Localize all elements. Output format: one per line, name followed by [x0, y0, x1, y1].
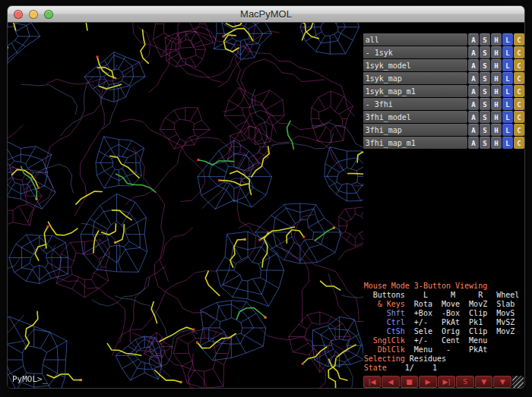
object-3fhi_model-menu-s[interactable]: S	[480, 111, 490, 123]
object-name-3fhi_map[interactable]: 3fhi_map	[363, 124, 467, 136]
object-1syk_model-menu-h[interactable]: H	[491, 59, 502, 71]
macpymol-window: MacPyMOL PyMOL>_ allASHLC- 1sykASHLC1syk…	[7, 5, 525, 389]
object-1syk_model-menu-a[interactable]: A	[468, 59, 479, 71]
object-3fhi_map_m1-menu-l[interactable]: L	[502, 137, 513, 149]
object-row-3fhi_map: 3fhi_mapASHLC	[363, 124, 524, 136]
mouse-panel-text: State	[364, 364, 391, 372]
object-1syk-menu-h[interactable]: H	[491, 46, 502, 58]
mouse-panel-line-3: Shft +Box -Box Clip MovS	[364, 309, 524, 318]
object-3fhi-menu-h[interactable]: H	[491, 98, 502, 110]
object-3fhi_map_m1-menu-c[interactable]: C	[514, 137, 524, 149]
command-prompt[interactable]: PyMOL>_	[12, 374, 47, 384]
object-1syk_map_m1-menu-h[interactable]: H	[491, 85, 502, 97]
command-prompt-text: PyMOL>_	[12, 374, 47, 384]
vcr-down-button-2[interactable]: ▼	[493, 376, 511, 388]
object-3fhi_map-menu-a[interactable]: A	[468, 124, 479, 136]
object-3fhi_map-menu-s[interactable]: S	[480, 124, 490, 136]
object-name-all[interactable]: all	[363, 33, 467, 46]
vcr-go-to-end-button[interactable]: ▶|	[438, 376, 456, 388]
mouse-panel-line-2: & Keys Rota Move MovZ Slab	[364, 300, 524, 309]
object-row-all: allASHLC	[363, 33, 524, 46]
object-panel-rows: allASHLC- 1sykASHLC1syk_modelASHLC1syk_m…	[363, 23, 524, 150]
viewport-area: PyMOL>_	[8, 23, 363, 389]
resize-grip[interactable]	[512, 376, 524, 388]
mouse-panel-text: Buttons	[364, 291, 405, 299]
object-name-1syk_map[interactable]: 1syk_map	[363, 72, 467, 84]
object-row-3fhi_map_m1: 3fhi_map_m1ASHLC	[363, 137, 524, 149]
object-row-1syk_map_m1: 1syk_map_m1ASHLC	[363, 85, 524, 97]
minimize-button[interactable]	[29, 10, 38, 19]
mouse-panel-text: Ctrl	[364, 318, 405, 326]
object-1syk_map_m1-menu-l[interactable]: L	[502, 85, 513, 97]
object-3fhi_map-menu-c[interactable]: C	[514, 124, 524, 136]
selecting-mode-value[interactable]: Residues	[410, 354, 446, 363]
object-all-menu-h[interactable]: H	[491, 33, 502, 46]
object-1syk_map-menu-a[interactable]: A	[468, 72, 479, 84]
object-row-1syk_model: 1syk_modelASHLC	[363, 59, 524, 71]
mouse-panel-text: L M R Wheel	[405, 291, 520, 299]
mouse-panel-text: DblClk	[364, 345, 405, 354]
close-button[interactable]	[14, 10, 23, 19]
object-3fhi_map-menu-h[interactable]: H	[491, 124, 502, 136]
object-all-menu-a[interactable]: A	[468, 33, 479, 46]
object-1syk_map-menu-h[interactable]: H	[491, 72, 502, 84]
mouse-panel-text: Sele Orig Clip MovZ	[405, 327, 515, 336]
object-name-1syk_map_m1[interactable]: 1syk_map_m1	[363, 85, 467, 97]
object-1syk_map-menu-s[interactable]: S	[480, 72, 490, 84]
object-row-1syk: - 1sykASHLC	[363, 46, 524, 58]
object-3fhi-menu-a[interactable]: A	[468, 98, 479, 110]
mouse-panel-line-7: DblClk Menu - PkAt	[364, 345, 524, 354]
object-1syk_map_m1-menu-a[interactable]: A	[468, 85, 479, 97]
object-name-3fhi[interactable]: - 3fhi	[363, 98, 467, 110]
mouse-panel-text: Menu - PkAt	[405, 345, 487, 354]
molecular-viewport[interactable]	[8, 23, 363, 389]
object-1syk_model-menu-c[interactable]: C	[514, 59, 524, 71]
object-3fhi_model-menu-l[interactable]: L	[502, 111, 513, 123]
object-1syk_map-menu-l[interactable]: L	[502, 72, 513, 84]
object-1syk-menu-a[interactable]: A	[468, 46, 479, 58]
title-bar[interactable]: MacPyMOL	[8, 6, 524, 23]
object-row-1syk_map: 1syk_mapASHLC	[363, 72, 524, 84]
mouse-panel-line-5: CtSh Sele Orig Clip MovZ	[364, 327, 524, 336]
object-name-3fhi_map_m1[interactable]: 3fhi_map_m1	[363, 137, 467, 149]
object-1syk_map_m1-menu-c[interactable]: C	[514, 85, 524, 97]
object-3fhi-menu-l[interactable]: L	[502, 98, 513, 110]
vcr-stop-button[interactable]: ■	[401, 376, 419, 388]
object-all-menu-c[interactable]: C	[514, 33, 524, 46]
mouse-panel-text: Selecting	[364, 354, 410, 363]
object-3fhi-menu-c[interactable]: C	[514, 98, 524, 110]
zoom-button[interactable]	[44, 10, 53, 19]
object-name-3fhi_model[interactable]: 3fhi_model	[363, 111, 467, 123]
vcr-controls: |◀◀■▶▶|S▼▼	[363, 375, 524, 389]
mouse-panel-line-1: Buttons L M R Wheel	[364, 291, 524, 300]
object-all-menu-l[interactable]: L	[502, 33, 513, 46]
object-3fhi-menu-s[interactable]: S	[480, 98, 490, 110]
object-name-1syk_model[interactable]: 1syk_model	[363, 59, 467, 71]
object-1syk_model-menu-l[interactable]: L	[502, 59, 513, 71]
vcr-step-back-button[interactable]: ◀	[382, 376, 400, 388]
object-3fhi_map_m1-menu-s[interactable]: S	[480, 137, 490, 149]
state-indicator[interactable]: 1/ 1	[391, 364, 437, 372]
object-3fhi_map_m1-menu-h[interactable]: H	[491, 137, 502, 149]
object-3fhi_map_m1-menu-a[interactable]: A	[468, 137, 479, 149]
mouse-panel-text: +/- Cent Menu	[405, 336, 487, 345]
object-3fhi_map-menu-l[interactable]: L	[502, 124, 513, 136]
object-1syk_model-menu-s[interactable]: S	[480, 59, 490, 71]
vcr-go-to-start-button[interactable]: |◀	[363, 376, 382, 388]
object-all-menu-s[interactable]: S	[480, 33, 490, 46]
object-1syk-menu-c[interactable]: C	[514, 46, 524, 58]
object-1syk_map_m1-menu-s[interactable]: S	[480, 85, 490, 97]
vcr-down-button-1[interactable]: ▼	[475, 376, 493, 388]
object-3fhi_model-menu-c[interactable]: C	[514, 111, 524, 123]
object-3fhi_model-menu-h[interactable]: H	[491, 111, 502, 123]
object-1syk-menu-l[interactable]: L	[502, 46, 513, 58]
mouse-panel-text: & Keys	[364, 300, 405, 308]
object-row-3fhi: - 3fhiASHLC	[363, 98, 524, 110]
object-3fhi_model-menu-a[interactable]: A	[468, 111, 479, 123]
object-name-1syk[interactable]: - 1syk	[363, 46, 467, 58]
object-1syk-menu-s[interactable]: S	[480, 46, 490, 58]
object-1syk_map-menu-c[interactable]: C	[514, 72, 524, 84]
vcr-play-button[interactable]: ▶	[419, 376, 437, 388]
window-title: MacPyMOL	[240, 8, 292, 20]
vcr-s-button[interactable]: S	[456, 376, 474, 388]
